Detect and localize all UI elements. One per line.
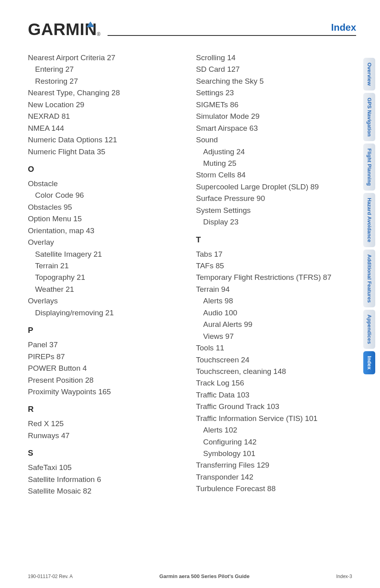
index-entry: Traffic Data 103 <box>196 389 352 401</box>
index-heading: T <box>196 234 352 246</box>
index-entry: Muting 25 <box>196 157 352 169</box>
index-entry: Smart Airspace 63 <box>196 122 352 134</box>
sidebar-tab-label: Appendices <box>366 315 372 344</box>
index-entry: Display 23 <box>196 216 352 228</box>
index-entry: Alerts 98 <box>196 295 352 307</box>
index-entry: Storm Cells 84 <box>196 169 352 181</box>
index-entry: Configuring 142 <box>196 436 352 448</box>
sidebar-tab-label: Index <box>366 356 372 370</box>
index-entry: New Location 29 <box>28 99 184 110</box>
index-heading: P <box>28 324 184 336</box>
index-entry: SafeTaxi 105 <box>28 462 184 473</box>
sidebar-tab-overview[interactable]: Overview <box>363 58 375 90</box>
index-entry: Tools 11 <box>196 342 352 354</box>
index-entry: Nearest Type, Changing 28 <box>28 87 184 98</box>
logo-registered: ® <box>97 31 100 37</box>
sidebar-tab-gps-navigation[interactable]: GPS Navigation <box>363 93 375 142</box>
sidebar-tab-additional-features[interactable]: Additional Features <box>363 250 375 307</box>
sidebar-tab-label: Overview <box>366 63 372 86</box>
sidebar-tab-appendices[interactable]: Appendices <box>363 310 375 349</box>
index-entry: Runways 47 <box>28 430 184 441</box>
index-entry: Numeric Flight Data 35 <box>28 146 184 157</box>
page-footer: 190-01117-02 Rev. A Garmin aera 500 Seri… <box>0 573 380 579</box>
index-entry: Obstacle <box>28 178 184 189</box>
logo-triangle-icon <box>86 22 94 27</box>
index-entry: Turbulence Forecast 88 <box>196 483 352 494</box>
sidebar-tab-label: Hazard Avoidance <box>366 198 372 242</box>
index-column-right: Scrolling 14SD Card 127Searching the Sky… <box>196 52 352 497</box>
index-entry: SIGMETs 86 <box>196 99 352 110</box>
index-entry: Symbology 101 <box>196 448 352 459</box>
index-entry: Numeric Data Options 121 <box>28 134 184 146</box>
sidebar-tab-index[interactable]: Index <box>363 351 375 374</box>
index-entry: Touchscreen 24 <box>196 354 352 366</box>
index-entry: Obstacles 95 <box>28 201 184 213</box>
index-entry: Audio 100 <box>196 307 352 319</box>
index-entry: Entering 27 <box>28 63 184 75</box>
index-entry: Overlay <box>28 236 184 248</box>
index-entry: Settings 23 <box>196 87 352 98</box>
index-entry: NEXRAD 81 <box>28 110 184 122</box>
index-entry: SD Card 127 <box>196 63 352 75</box>
sidebar-tab-flight-planning[interactable]: Flight Planning <box>363 144 375 191</box>
index-entry: Restoring 27 <box>28 75 184 87</box>
index-entry: Present Position 28 <box>28 374 184 386</box>
index-entry: Adjusting 24 <box>196 146 352 157</box>
index-entry: Traffic Ground Track 103 <box>196 401 352 412</box>
index-entry: Aural Alerts 99 <box>196 319 352 330</box>
index-entry: Color Code 96 <box>28 189 184 201</box>
index-entry: Searching the Sky 5 <box>196 75 352 87</box>
index-entry: Simulator Mode 29 <box>196 110 352 122</box>
index-heading: R <box>28 403 184 415</box>
header-divider <box>108 35 356 36</box>
index-entry: Topography 21 <box>28 271 184 283</box>
index-entry: Temporary Flight Restrictions (TFRS) 87 <box>196 271 352 283</box>
index-entry: Transponder 142 <box>196 471 352 483</box>
index-entry: Red X 125 <box>28 418 184 429</box>
sidebar-tabs: OverviewGPS NavigationFlight PlanningHaz… <box>363 58 375 374</box>
index-entry: Displaying/removing 21 <box>28 307 184 319</box>
index-entry: Alerts 102 <box>196 424 352 436</box>
index-entry: Sound <box>196 134 352 146</box>
sidebar-tab-label: Additional Features <box>366 254 372 303</box>
index-content: Nearest Airport Criteria 27Entering 27Re… <box>0 44 380 497</box>
index-entry: System Settings <box>196 205 352 216</box>
garmin-logo: GARMIN ® <box>28 20 100 39</box>
index-entry: Satellite Imagery 21 <box>28 248 184 260</box>
index-entry: Satellite Mosaic 82 <box>28 485 184 497</box>
index-entry: PIREPs 87 <box>28 351 184 362</box>
index-entry: Weather 21 <box>28 283 184 295</box>
index-entry: Nearest Airport Criteria 27 <box>28 52 184 63</box>
index-entry: Supercooled Large Droplet (SLD) 89 <box>196 181 352 193</box>
index-entry: Proximity Waypoints 165 <box>28 386 184 397</box>
footer-right: Index-3 <box>336 574 352 579</box>
index-entry: Touchscreen, cleaning 148 <box>196 366 352 377</box>
index-entry: Surface Pressure 90 <box>196 193 352 204</box>
index-entry: Scrolling 14 <box>196 52 352 63</box>
sidebar-tab-label: Flight Planning <box>366 148 372 186</box>
index-entry: Track Log 156 <box>196 377 352 389</box>
index-entry: Satellite Information 6 <box>28 474 184 485</box>
index-entry: Terrain 21 <box>28 260 184 271</box>
page-header: GARMIN ® Index <box>0 0 380 44</box>
index-entry: Tabs 17 <box>196 248 352 260</box>
index-heading: S <box>28 447 184 459</box>
index-column-left: Nearest Airport Criteria 27Entering 27Re… <box>28 52 184 497</box>
sidebar-tab-hazard-avoidance[interactable]: Hazard Avoidance <box>363 193 375 247</box>
index-entry: Orientation, map 43 <box>28 225 184 236</box>
index-entry: Option Menu 15 <box>28 213 184 224</box>
index-entry: Panel 37 <box>28 339 184 350</box>
index-heading: O <box>28 163 184 175</box>
index-entry: Terrain 94 <box>196 283 352 295</box>
section-title: Index <box>331 22 356 33</box>
footer-center: Garmin aera 500 Series Pilot's Guide <box>159 573 249 579</box>
index-entry: Views 97 <box>196 330 352 342</box>
index-entry: TAFs 85 <box>196 260 352 271</box>
logo-row: GARMIN ® <box>28 20 356 39</box>
footer-left: 190-01117-02 Rev. A <box>28 574 73 579</box>
index-entry: Overlays <box>28 295 184 307</box>
sidebar-tab-label: GPS Navigation <box>366 98 372 137</box>
index-entry: NMEA 144 <box>28 122 184 134</box>
index-entry: Transferring Files 129 <box>196 459 352 471</box>
index-entry: Traffic Information Service (TIS) 101 <box>196 413 352 424</box>
